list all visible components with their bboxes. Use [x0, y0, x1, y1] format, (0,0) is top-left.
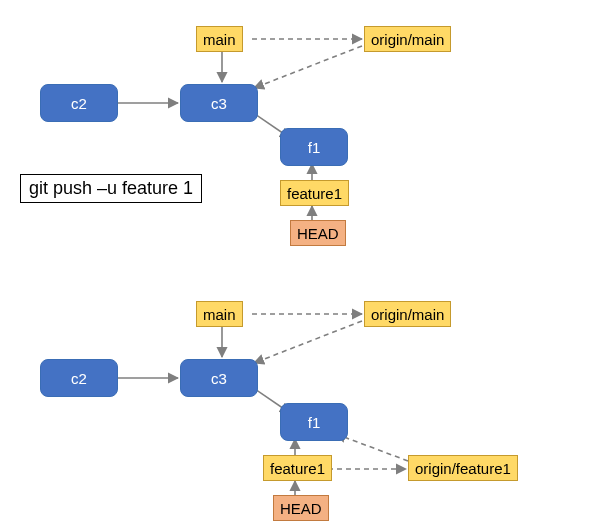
ref-feature1-after: feature1 [263, 455, 332, 481]
ref-label: main [203, 31, 236, 48]
svg-line-15 [336, 434, 408, 461]
connectors [0, 0, 600, 522]
commit-label: f1 [308, 139, 321, 156]
svg-line-11 [254, 321, 362, 363]
commit-c3-after: c3 [180, 359, 258, 397]
ref-origin-feature1: origin/feature1 [408, 455, 518, 481]
ref-feature1: feature1 [280, 180, 349, 206]
commit-c2-after: c2 [40, 359, 118, 397]
ref-label: HEAD [297, 225, 339, 242]
ref-label: feature1 [287, 185, 342, 202]
ref-label: origin/feature1 [415, 460, 511, 477]
ref-label: origin/main [371, 306, 444, 323]
command-box: git push –u feature 1 [20, 174, 202, 203]
ref-label: origin/main [371, 31, 444, 48]
commit-label: c3 [211, 370, 227, 387]
command-text: git push –u feature 1 [29, 178, 193, 198]
ref-head: HEAD [290, 220, 346, 246]
ref-main: main [196, 26, 243, 52]
ref-label: HEAD [280, 500, 322, 517]
svg-line-4 [254, 46, 362, 88]
commit-label: c2 [71, 370, 87, 387]
commit-label: c2 [71, 95, 87, 112]
commit-label: f1 [308, 414, 321, 431]
commit-label: c3 [211, 95, 227, 112]
commit-f1: f1 [280, 128, 348, 166]
git-push-diagram: { "command": "git push –u feature 1", "t… [0, 0, 600, 522]
ref-origin-main-after: origin/main [364, 301, 451, 327]
ref-origin-main: origin/main [364, 26, 451, 52]
commit-c2: c2 [40, 84, 118, 122]
commit-f1-after: f1 [280, 403, 348, 441]
commit-c3: c3 [180, 84, 258, 122]
ref-label: main [203, 306, 236, 323]
ref-main-after: main [196, 301, 243, 327]
ref-label: feature1 [270, 460, 325, 477]
ref-head-after: HEAD [273, 495, 329, 521]
